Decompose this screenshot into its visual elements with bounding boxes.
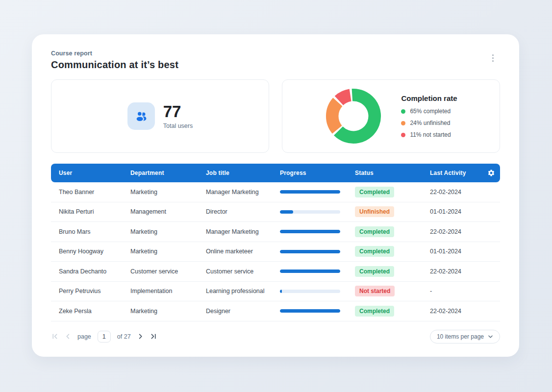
status-badge: Completed	[355, 226, 394, 237]
legend-dot	[401, 133, 405, 137]
status-badge: Completed	[355, 266, 394, 277]
cell-progress	[280, 190, 355, 194]
cell-user: Nikita Perturi	[51, 208, 130, 215]
cell-department: Marketing	[130, 189, 206, 196]
status-badge: Completed	[355, 306, 394, 317]
first-page-icon[interactable]	[51, 333, 58, 340]
table-header: User Department Job title Progress Statu…	[51, 164, 500, 182]
last-page-icon[interactable]	[151, 333, 157, 340]
next-page-icon[interactable]	[137, 333, 144, 340]
cell-job-title: Customer service	[206, 268, 280, 275]
column-header-department[interactable]: Department	[130, 170, 206, 176]
table-row[interactable]: Theo Banner Marketing Manager Marketing …	[51, 182, 500, 202]
page-total-label: of 27	[117, 333, 131, 340]
cell-department: Marketing	[130, 228, 206, 235]
cell-progress	[280, 309, 355, 313]
report-card: Course report Communication at it’s best…	[32, 34, 519, 357]
stat-cards: 77 Total users Completion rate 65% compl…	[51, 79, 500, 153]
legend-label: 24% unfinished	[410, 120, 450, 126]
table-settings-gear-icon[interactable]	[482, 169, 500, 177]
progress-bar	[280, 190, 340, 194]
status-badge: Not started	[355, 286, 395, 296]
status-badge: Unfinished	[355, 206, 394, 217]
items-per-page-select[interactable]: 10 items per page	[430, 330, 500, 343]
cell-job-title: Director	[206, 208, 280, 215]
cell-status: Completed	[355, 226, 430, 237]
legend-dot	[401, 121, 405, 125]
page-label: page	[77, 333, 91, 340]
column-header-progress[interactable]: Progress	[280, 170, 355, 176]
cell-user: Perry Petruvius	[51, 288, 130, 294]
table-row[interactable]: Perry Petruvius Implementation Learning …	[51, 282, 500, 302]
page-title: Communication at it’s best	[51, 59, 500, 71]
legend-item: 24% unfinished	[401, 120, 457, 126]
table-row[interactable]: Sandra Dechanto Customer service Custome…	[51, 262, 500, 282]
cell-department: Marketing	[130, 308, 206, 315]
previous-page-icon[interactable]	[64, 333, 71, 340]
table-row[interactable]: Zeke Persla Marketing Designer Completed…	[51, 301, 500, 321]
cell-job-title: Designer	[206, 308, 280, 315]
cell-status: Completed	[355, 266, 430, 277]
more-options-icon[interactable]	[487, 51, 499, 65]
cell-last-activity: 22-02-2024	[430, 308, 482, 315]
report-header: Course report Communication at it’s best	[51, 50, 500, 71]
cell-progress	[280, 270, 355, 273]
completion-legend: 65% completed 24% unfinished 11% not sta…	[401, 108, 457, 138]
progress-bar	[280, 309, 340, 313]
completion-rate-title: Completion rate	[401, 94, 457, 102]
cell-job-title: Learning professional	[206, 288, 280, 294]
table-row[interactable]: Bruno Mars Marketing Manager Marketing C…	[51, 222, 500, 242]
legend-item: 11% not started	[401, 131, 457, 138]
completion-donut-chart	[325, 87, 382, 145]
column-header-job-title[interactable]: Job title	[206, 170, 280, 176]
legend-label: 11% not started	[410, 131, 451, 138]
cell-status: Completed	[355, 246, 430, 257]
cell-user: Theo Banner	[51, 189, 130, 196]
cell-status: Unfinished	[355, 206, 430, 217]
column-header-last-activity[interactable]: Last Activity	[430, 170, 482, 176]
items-per-page-label: 10 items per page	[437, 333, 484, 340]
total-users-value: 77	[163, 103, 193, 120]
progress-fill	[280, 290, 282, 293]
progress-fill	[280, 210, 293, 214]
users-icon	[127, 102, 155, 130]
cell-department: Customer service	[130, 268, 206, 275]
cell-status: Not started	[355, 286, 430, 296]
legend-label: 65% completed	[410, 108, 451, 115]
cell-last-activity: 01-01-2024	[430, 248, 482, 255]
chevron-down-icon	[488, 335, 493, 339]
cell-last-activity: 22-02-2024	[430, 268, 482, 275]
status-badge: Completed	[355, 187, 394, 197]
progress-bar	[280, 210, 340, 214]
cell-job-title: Online marketeer	[206, 248, 280, 255]
table-row[interactable]: Nikita Perturi Management Director Unfin…	[51, 202, 500, 222]
page-number-input[interactable]	[98, 331, 111, 343]
cell-progress	[280, 290, 355, 293]
progress-fill	[280, 250, 340, 253]
report-eyebrow: Course report	[51, 50, 500, 57]
legend-item: 65% completed	[401, 108, 457, 115]
column-header-user[interactable]: User	[51, 170, 130, 176]
total-users-label: Total users	[163, 122, 193, 129]
progress-bar	[280, 230, 340, 233]
cell-progress	[280, 250, 355, 253]
legend-dot	[401, 109, 405, 114]
progress-fill	[280, 230, 340, 233]
completion-rate-card: Completion rate 65% completed 24% unfini…	[282, 79, 500, 153]
cell-status: Completed	[355, 187, 430, 197]
progress-bar	[280, 250, 340, 253]
pagination: page of 27 10 items per page	[51, 330, 500, 343]
cell-user: Sandra Dechanto	[51, 268, 130, 275]
table-body: Theo Banner Marketing Manager Marketing …	[51, 182, 500, 321]
table-row[interactable]: Benny Hoogway Marketing Online marketeer…	[51, 242, 500, 262]
cell-job-title: Manager Marketing	[206, 228, 280, 235]
status-badge: Completed	[355, 246, 394, 257]
progress-fill	[280, 309, 340, 313]
cell-department: Management	[130, 208, 206, 215]
cell-user: Zeke Persla	[51, 308, 130, 315]
cell-last-activity: 22-02-2024	[430, 228, 482, 235]
total-users-card: 77 Total users	[51, 79, 269, 153]
progress-fill	[280, 190, 340, 194]
cell-user: Bruno Mars	[51, 228, 130, 235]
column-header-status[interactable]: Status	[355, 170, 430, 176]
